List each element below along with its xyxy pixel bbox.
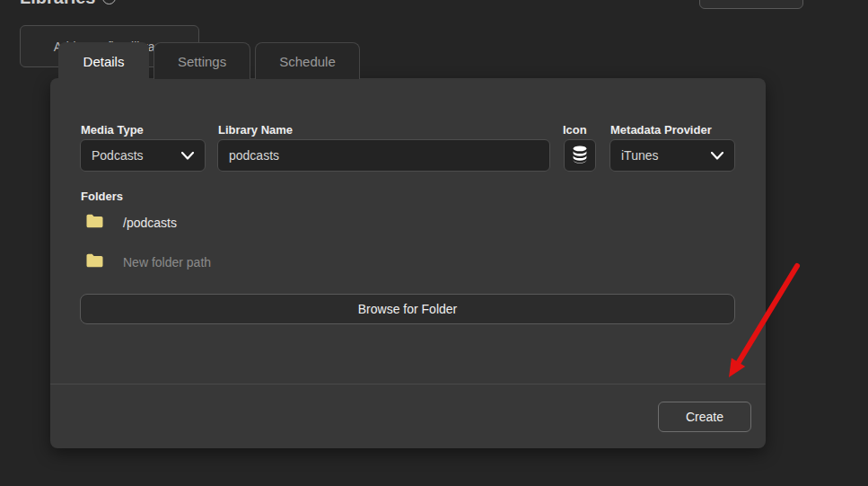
create-button-label: Create bbox=[686, 410, 723, 424]
new-folder-row bbox=[86, 252, 392, 272]
tab-details-label: Details bbox=[83, 54, 125, 69]
page-title: Libraries bbox=[20, 0, 116, 8]
tab-schedule[interactable]: Schedule bbox=[255, 42, 360, 79]
media-type-value: Podcasts bbox=[92, 148, 144, 163]
database-icon bbox=[572, 146, 588, 166]
library-modal: Media Type Library Name Icon Metadata Pr… bbox=[50, 78, 766, 448]
chevron-down-icon bbox=[711, 152, 723, 160]
folders-label: Folders bbox=[81, 190, 123, 203]
info-circle-icon[interactable] bbox=[102, 0, 116, 4]
tab-details[interactable]: Details bbox=[58, 42, 149, 79]
folder-path: /podcasts bbox=[123, 216, 177, 230]
footer-divider bbox=[50, 384, 766, 384]
media-type-label: Media Type bbox=[81, 123, 144, 137]
metadata-provider-select[interactable]: iTunes bbox=[609, 139, 735, 172]
new-folder-path-input[interactable] bbox=[123, 255, 392, 270]
browse-for-folder-label: Browse for Folder bbox=[358, 302, 457, 316]
tab-schedule-label: Schedule bbox=[279, 54, 336, 69]
modal-tab-bar: Details Settings Schedule bbox=[58, 42, 360, 79]
folder-icon bbox=[86, 214, 103, 232]
library-name-field-wrap bbox=[217, 139, 550, 172]
tab-settings[interactable]: Settings bbox=[153, 42, 250, 79]
browse-for-folder-button[interactable]: Browse for Folder bbox=[80, 294, 735, 324]
metadata-provider-label: Metadata Provider bbox=[610, 123, 712, 137]
folder-icon bbox=[86, 253, 103, 271]
library-name-label: Library Name bbox=[218, 123, 293, 137]
page-title-text: Libraries bbox=[20, 0, 95, 8]
metadata-provider-value: iTunes bbox=[621, 148, 659, 163]
media-type-select[interactable]: Podcasts bbox=[80, 139, 206, 172]
tab-settings-label: Settings bbox=[178, 54, 226, 69]
icon-picker-button[interactable] bbox=[564, 139, 596, 172]
screen: Libraries Add your first library Details… bbox=[0, 0, 868, 486]
icon-label: Icon bbox=[563, 123, 587, 137]
create-button[interactable]: Create bbox=[658, 402, 751, 432]
folder-row: /podcasts bbox=[86, 213, 177, 233]
chevron-down-icon bbox=[181, 152, 194, 160]
topright-partial-button[interactable] bbox=[699, 0, 803, 9]
library-name-input[interactable] bbox=[218, 140, 549, 171]
